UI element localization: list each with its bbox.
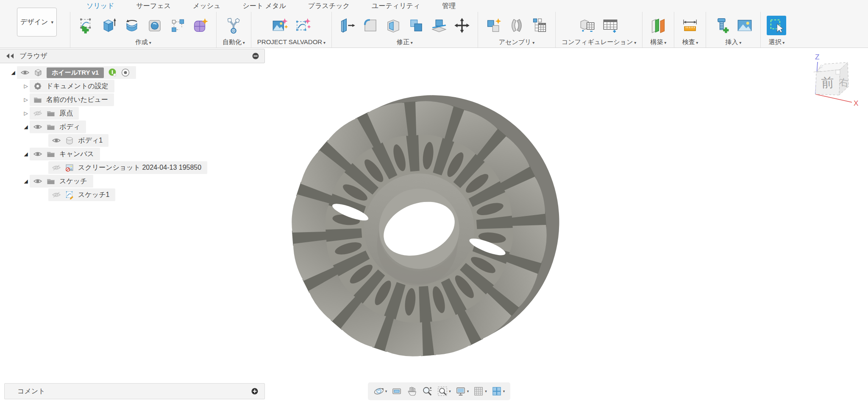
expand-open-icon[interactable]: [22, 178, 30, 184]
automate-icon[interactable]: [224, 16, 243, 35]
create-menu-button[interactable]: 作成: [135, 38, 151, 46]
insert-canvas-icon[interactable]: [735, 16, 754, 35]
zoom-window-button[interactable]: ▾: [436, 384, 452, 398]
fillet-icon[interactable]: [361, 16, 380, 35]
configuration-table-icon[interactable]: [601, 16, 620, 35]
joint-icon[interactable]: [507, 16, 526, 35]
browser-panel: ブラウザ ホイールTRY v1 ドキュメントの: [0, 49, 265, 202]
display-settings-icon: [455, 386, 466, 397]
pan-button[interactable]: [405, 384, 419, 398]
viewports-dropdown-caret[interactable]: ▾: [503, 389, 505, 393]
expand-open-icon[interactable]: [22, 124, 30, 130]
orbit-dropdown-caret[interactable]: ▾: [385, 389, 387, 393]
model-wheel-body[interactable]: [269, 81, 570, 379]
modify-menu-button[interactable]: 修正: [397, 38, 413, 46]
construct-plane-icon[interactable]: [648, 16, 668, 35]
viewcube-corner[interactable]: [836, 70, 840, 74]
eye-off-icon[interactable]: [52, 190, 61, 199]
insert-menu-button[interactable]: 挿入: [725, 38, 741, 46]
tree-row-root[interactable]: ホイールTRY v1: [0, 66, 265, 79]
display-settings-button[interactable]: ▾: [454, 384, 470, 398]
offset-face-icon[interactable]: [429, 16, 449, 35]
eye-icon[interactable]: [52, 136, 61, 145]
component-hierarchy-icon[interactable]: [530, 16, 549, 35]
tree-row-body1[interactable]: ボディ1: [0, 134, 265, 147]
zoom-window-dropdown-caret[interactable]: ▾: [449, 389, 451, 393]
tree-row-sketch1[interactable]: スケッチ1: [0, 188, 265, 202]
display-dropdown-caret[interactable]: ▾: [467, 389, 469, 393]
new-component-icon[interactable]: [484, 16, 504, 35]
workspace-label: デザイン: [20, 18, 48, 27]
press-pull-icon[interactable]: [338, 16, 357, 35]
expand-closed-icon[interactable]: [22, 110, 30, 116]
navigation-bar: ▾: [368, 382, 510, 400]
tree-row-document-settings[interactable]: ドキュメントの設定: [0, 79, 265, 93]
project-salvador-menu-button[interactable]: PROJECT SALVADOR: [257, 38, 326, 45]
pattern-icon[interactable]: [168, 16, 187, 35]
viewports-button[interactable]: ▾: [490, 384, 506, 398]
shell-icon[interactable]: [384, 16, 403, 35]
configure-icon[interactable]: [578, 16, 597, 35]
group-inspect: 検査: [674, 12, 706, 48]
tree-row-screenshot[interactable]: スクリーンショット 2024-04-13 195850: [0, 161, 265, 174]
tab-solid[interactable]: ソリッド: [75, 0, 125, 12]
tree-row-canvases[interactable]: キャンバス: [0, 147, 265, 161]
tab-plastic[interactable]: プラスチック: [297, 0, 361, 12]
tab-manage[interactable]: 管理: [431, 0, 467, 12]
extrude-icon[interactable]: [99, 16, 119, 35]
select-menu-button[interactable]: 選択: [768, 38, 785, 46]
x-axis-line: [815, 94, 852, 102]
look-at-button[interactable]: [390, 384, 403, 398]
group-project-salvador: PROJECT SALVADOR: [251, 12, 332, 48]
viewports-icon: [491, 386, 502, 397]
zoom-button[interactable]: [420, 384, 434, 398]
tree-row-sketches[interactable]: スケッチ: [0, 174, 265, 188]
eye-icon[interactable]: [33, 122, 42, 132]
create-form-icon[interactable]: [191, 16, 210, 35]
expand-open-icon[interactable]: [9, 70, 17, 76]
construct-menu-button[interactable]: 構築: [650, 38, 666, 46]
grid-dropdown-caret[interactable]: ▾: [485, 389, 487, 393]
collapse-tree-button[interactable]: [252, 52, 259, 60]
expand-closed-icon[interactable]: [22, 97, 30, 103]
add-comment-button[interactable]: [251, 387, 259, 395]
combine-icon[interactable]: [406, 16, 426, 35]
create-sketch-icon[interactable]: [76, 16, 96, 35]
insert-fastener-icon[interactable]: [712, 16, 732, 35]
eye-icon[interactable]: [33, 149, 42, 159]
eye-off-icon[interactable]: [33, 109, 42, 118]
grid-snap-button[interactable]: ▾: [472, 384, 488, 398]
comments-bar[interactable]: コメント: [4, 383, 265, 399]
select-icon[interactable]: [767, 16, 786, 35]
document-name[interactable]: ホイールTRY v1: [47, 67, 104, 78]
activate-radio-icon[interactable]: [121, 68, 130, 77]
measure-icon[interactable]: [680, 16, 700, 35]
expand-open-icon[interactable]: [22, 151, 30, 157]
fusion-window: デザイン ソリッド サーフェス メッシュ シート メタル プラスチック ユーティ…: [0, 0, 868, 401]
revolve-icon[interactable]: [122, 16, 142, 35]
eye-icon[interactable]: [20, 68, 30, 77]
tab-utilities[interactable]: ユーティリティ: [361, 0, 431, 12]
collapse-browser-icon[interactable]: [6, 53, 14, 59]
grid-icon: [473, 386, 484, 397]
ai-sketch-icon[interactable]: [293, 16, 312, 35]
eye-off-icon[interactable]: [52, 163, 61, 172]
tab-mesh[interactable]: メッシュ: [182, 0, 232, 12]
move-icon[interactable]: [452, 16, 472, 35]
tree-row-named-views[interactable]: 名前の付いたビュー: [0, 93, 265, 107]
configuration-menu-button[interactable]: コンフィギュレーション: [562, 38, 636, 46]
workspace-switcher[interactable]: デザイン: [17, 8, 57, 36]
tab-sheetmetal[interactable]: シート メタル: [232, 0, 297, 12]
inspect-menu-button[interactable]: 検査: [682, 38, 698, 46]
automate-menu-button[interactable]: 自動化: [223, 38, 245, 46]
expand-closed-icon[interactable]: [22, 83, 30, 89]
orbit-button[interactable]: ▾: [372, 384, 389, 398]
view-cube[interactable]: Z X 前 右 上: [797, 50, 868, 109]
hole-icon[interactable]: [145, 16, 164, 35]
tree-row-origin[interactable]: 原点: [0, 107, 265, 120]
assemble-menu-button[interactable]: アセンブリ: [499, 38, 535, 46]
tree-row-bodies[interactable]: ボディ: [0, 120, 265, 134]
tab-surface[interactable]: サーフェス: [125, 0, 182, 12]
eye-icon[interactable]: [33, 177, 42, 186]
ai-image-icon[interactable]: [270, 16, 289, 35]
